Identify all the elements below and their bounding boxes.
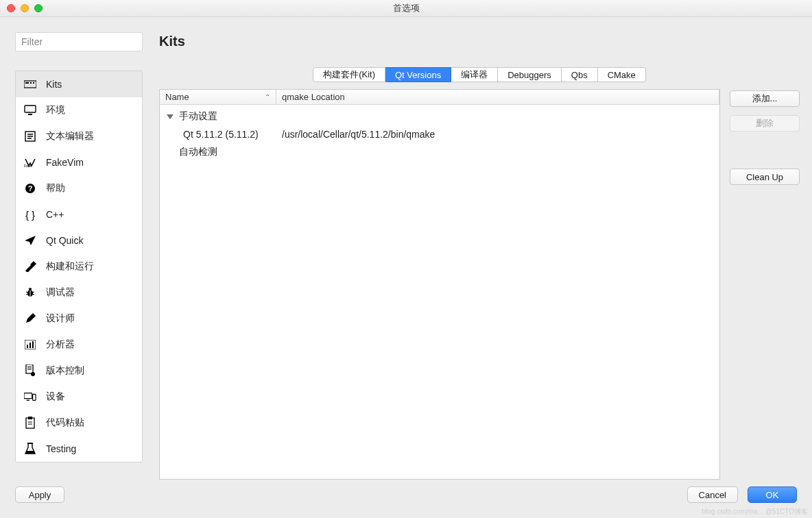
- svg-rect-25: [27, 367, 32, 367]
- cell-location: /usr/local/Cellar/qt/5.11.2/bin/qmake: [276, 129, 719, 140]
- sidebar-item-label: 调试器: [46, 286, 75, 299]
- svg-text:Fake: Fake: [24, 164, 32, 167]
- tab-kits[interactable]: 构建套件(Kit): [313, 67, 385, 82]
- tab-cmake[interactable]: CMake: [598, 67, 646, 82]
- sidebar-item-help[interactable]: ? 帮助: [16, 175, 142, 201]
- bug-icon: [24, 286, 36, 299]
- sidebar-item-label: 文本编辑器: [46, 130, 94, 143]
- sidebar-item-devices[interactable]: 设备: [16, 384, 142, 410]
- sidebar-item-label: 分析器: [46, 338, 75, 351]
- column-location[interactable]: qmake Location: [276, 90, 719, 104]
- sidebar-item-build-run[interactable]: 构建和运行: [16, 254, 142, 280]
- sidebar-item-version-control[interactable]: 版本控制: [16, 358, 142, 384]
- svg-rect-2: [30, 82, 32, 84]
- version-control-icon: [24, 365, 36, 377]
- apply-button[interactable]: Apply: [15, 486, 64, 503]
- titlebar: 首选项: [0, 0, 812, 17]
- help-icon: ?: [24, 182, 36, 195]
- svg-rect-21: [27, 345, 28, 348]
- tab-debuggers[interactable]: Debuggers: [498, 67, 562, 82]
- disclosure-triangle-icon[interactable]: [167, 114, 174, 119]
- hammer-icon: [24, 260, 36, 273]
- sidebar-item-kits[interactable]: Kits: [16, 71, 142, 97]
- category-list: Kits 环境 文本编辑器 Fake FakeVim ? 帮助 { } C++: [15, 71, 143, 463]
- svg-rect-31: [26, 418, 34, 428]
- tab-compilers[interactable]: 编译器: [451, 67, 498, 82]
- sidebar-item-label: 代码粘贴: [46, 417, 84, 429]
- svg-point-19: [29, 288, 32, 291]
- group-label: 手动设置: [179, 110, 217, 123]
- table-header: Name ⌃ qmake Location: [160, 90, 719, 105]
- monitor-icon: [24, 104, 36, 116]
- tab-bar: 构建套件(Kit) Qt Versions 编译器 Debuggers Qbs …: [313, 67, 646, 82]
- cancel-button[interactable]: Cancel: [687, 486, 738, 503]
- braces-icon: { }: [24, 208, 36, 221]
- cell-name: Qt 5.11.2 (5.11.2): [160, 129, 276, 140]
- svg-rect-22: [29, 343, 31, 348]
- tab-qt-versions[interactable]: Qt Versions: [385, 67, 451, 82]
- svg-point-27: [31, 372, 35, 376]
- filter-input[interactable]: Filter: [15, 32, 143, 51]
- table-group-auto[interactable]: 自动检测: [160, 143, 719, 161]
- sidebar-item-label: FakeVim: [46, 157, 84, 168]
- cleanup-button[interactable]: Clean Up: [730, 169, 800, 185]
- sidebar-item-label: Kits: [46, 79, 62, 90]
- remove-button[interactable]: 删除: [730, 115, 800, 132]
- sort-indicator-icon: ⌃: [265, 93, 270, 101]
- sidebar-item-label: Qt Quick: [46, 235, 83, 246]
- sidebar-item-text-editor[interactable]: 文本编辑器: [16, 123, 142, 149]
- pencil-icon: [24, 312, 36, 325]
- main-panel: Kits 构建套件(Kit) Qt Versions 编译器 Debuggers…: [159, 32, 800, 480]
- svg-rect-4: [25, 106, 36, 112]
- sidebar-item-label: 版本控制: [46, 365, 84, 377]
- sidebar-item-label: 环境: [46, 104, 65, 116]
- flask-icon: [24, 443, 36, 455]
- sidebar-item-label: Testing: [46, 443, 76, 454]
- svg-rect-1: [25, 82, 29, 84]
- svg-rect-28: [24, 393, 32, 399]
- page-title: Kits: [159, 34, 800, 49]
- fakevim-icon: Fake: [24, 156, 36, 169]
- chart-icon: [24, 338, 36, 351]
- sidebar-item-label: 设备: [46, 391, 65, 403]
- versions-table: Name ⌃ qmake Location 手动设置 Qt 5.11.2 (5.…: [159, 89, 720, 480]
- group-label: 自动检测: [179, 146, 217, 158]
- document-lines-icon: [24, 130, 36, 143]
- sidebar-item-cpp[interactable]: { } C++: [16, 201, 142, 227]
- watermark: blog.csdn.com/ma... @51CTO博客: [702, 507, 808, 517]
- sidebar-item-environment[interactable]: 环境: [16, 97, 142, 123]
- table-row[interactable]: Qt 5.11.2 (5.11.2) /usr/local/Cellar/qt/…: [160, 125, 719, 143]
- svg-rect-29: [27, 400, 30, 401]
- column-name[interactable]: Name ⌃: [160, 90, 276, 104]
- kits-icon: [24, 78, 36, 90]
- sidebar-item-code-paste[interactable]: 代码粘贴: [16, 410, 142, 436]
- tab-qbs[interactable]: Qbs: [562, 67, 598, 82]
- column-label: Name: [165, 92, 189, 102]
- sidebar-item-debugger[interactable]: 调试器: [16, 280, 142, 306]
- add-button[interactable]: 添加...: [730, 90, 800, 107]
- svg-rect-23: [32, 341, 34, 348]
- sidebar-item-fakevim[interactable]: Fake FakeVim: [16, 149, 142, 175]
- svg-text:?: ?: [28, 184, 33, 193]
- paper-plane-icon: [24, 234, 36, 247]
- sidebar-item-label: 设计师: [46, 312, 75, 325]
- svg-rect-30: [33, 394, 36, 400]
- devices-icon: [24, 391, 36, 403]
- svg-rect-5: [28, 114, 32, 115]
- sidebar-item-label: 构建和运行: [46, 260, 94, 273]
- sidebar-item-testing[interactable]: Testing: [16, 436, 142, 462]
- svg-rect-3: [33, 82, 34, 84]
- sidebar: Filter Kits 环境 文本编辑器 Fake FakeVim ? 帮助: [15, 32, 143, 480]
- sidebar-item-label: C++: [46, 209, 64, 220]
- svg-rect-0: [24, 81, 36, 88]
- clipboard-icon: [24, 417, 36, 429]
- dialog-footer: Apply Cancel OK: [15, 486, 797, 503]
- sidebar-item-designer[interactable]: 设计师: [16, 306, 142, 332]
- table-group-manual[interactable]: 手动设置: [160, 108, 719, 125]
- table-body: 手动设置 Qt 5.11.2 (5.11.2) /usr/local/Cella…: [160, 105, 719, 479]
- column-label: qmake Location: [282, 92, 345, 102]
- sidebar-item-qtquick[interactable]: Qt Quick: [16, 227, 142, 254]
- sidebar-item-analyzer[interactable]: 分析器: [16, 332, 142, 358]
- ok-button[interactable]: OK: [748, 486, 797, 503]
- svg-rect-26: [27, 369, 32, 369]
